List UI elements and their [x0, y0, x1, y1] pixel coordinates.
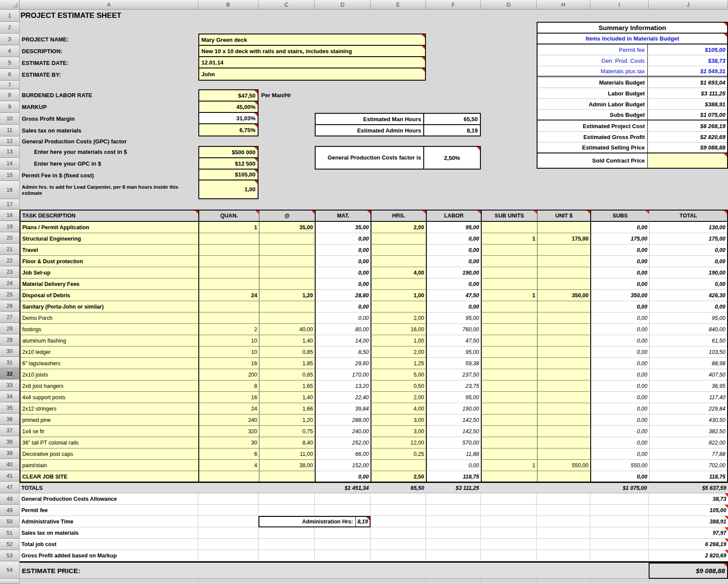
cell-input[interactable]: $47,50: [199, 90, 258, 102]
column-header-mat-[interactable]: MAT.: [316, 211, 371, 222]
cell-task-desc[interactable]: 2x12 stringers: [20, 403, 199, 414]
cell-at-rate[interactable]: [259, 301, 316, 312]
cell-unit-price[interactable]: [537, 312, 591, 324]
cell-hrs[interactable]: 2,00: [371, 346, 427, 358]
row-header-10[interactable]: 10: [0, 113, 20, 125]
cell-hrs[interactable]: [371, 460, 427, 471]
column-header-J[interactable]: J: [649, 0, 728, 10]
cell-quan[interactable]: 30: [199, 437, 259, 448]
cell-sub-units[interactable]: 1: [482, 290, 537, 301]
row-header-40[interactable]: 40: [0, 459, 20, 470]
row-header-54[interactable]: 54: [0, 561, 20, 579]
cell-hrs[interactable]: 3,00: [371, 414, 427, 426]
row-header-9[interactable]: 9: [0, 101, 20, 113]
cell-at-rate[interactable]: 11,00: [259, 448, 316, 460]
row-header-19[interactable]: 19: [0, 221, 20, 232]
column-header-H[interactable]: H: [537, 0, 590, 10]
cell-input[interactable]: 31,03%: [199, 113, 258, 124]
cell-unit-price[interactable]: [537, 301, 591, 312]
cell-unit-price[interactable]: [537, 267, 591, 278]
cell-hrs[interactable]: 16,00: [371, 324, 427, 335]
cell-quan[interactable]: [199, 267, 259, 278]
cell-unit-price[interactable]: 175,00: [537, 233, 591, 244]
cell-task-desc[interactable]: Disposal of Debris: [20, 290, 199, 301]
cell-hrs[interactable]: 1,00: [371, 335, 427, 346]
cell-task-desc[interactable]: Floor & Dust protection: [20, 256, 199, 267]
cell-task-desc[interactable]: Travel: [20, 244, 199, 256]
row-header-37[interactable]: 37: [0, 425, 20, 436]
column-header-sub-units[interactable]: SUB UNITS: [482, 211, 537, 222]
cell-sub-units[interactable]: [482, 244, 537, 256]
cell-sub-units[interactable]: [482, 222, 537, 233]
column-header-subs[interactable]: SUBS: [591, 211, 650, 222]
cell-sub-units[interactable]: [482, 448, 537, 460]
row-header-21[interactable]: 21: [0, 244, 20, 255]
cell-input[interactable]: 1,00: [199, 180, 258, 198]
cell-input[interactable]: New 10 x 10 deck with rails and stairs, …: [199, 46, 425, 57]
cell-unit-price[interactable]: [537, 426, 591, 437]
cell-input[interactable]: $105,00: [199, 170, 258, 180]
cell-task-desc[interactable]: Plans / Permit Application: [20, 222, 199, 233]
cell-at-rate[interactable]: 1,66: [259, 403, 316, 414]
cell-unit-price[interactable]: [537, 222, 591, 233]
cell-hrs[interactable]: 1,25: [371, 358, 427, 369]
cell-at-rate[interactable]: [259, 312, 316, 324]
cell-sub-units[interactable]: [482, 301, 537, 312]
row-header-22[interactable]: 22: [0, 255, 20, 266]
column-header-C[interactable]: C: [259, 0, 315, 10]
cell-sub-units[interactable]: [482, 358, 537, 369]
row-header-12[interactable]: 12: [0, 136, 20, 146]
row-header-25[interactable]: 25: [0, 289, 20, 300]
row-header-11[interactable]: 11: [0, 125, 20, 136]
cell-at-rate[interactable]: 1,40: [259, 335, 316, 346]
row-header-20[interactable]: 20: [0, 232, 20, 244]
cell-quan[interactable]: 6: [199, 448, 259, 460]
row-header-50[interactable]: 50: [0, 516, 20, 527]
column-header-I[interactable]: I: [590, 0, 649, 10]
cell-task-desc[interactable]: Sanitary (Porta-John or similar): [20, 301, 199, 312]
cell-input[interactable]: $500 000: [199, 147, 258, 158]
cell-unit-price[interactable]: [537, 437, 591, 448]
select-all-corner[interactable]: [0, 0, 20, 10]
cell-task-desc[interactable]: Material Delivery Fees: [20, 278, 199, 290]
cell-at-rate[interactable]: 8,40: [259, 437, 316, 448]
cell-unit-price[interactable]: [537, 278, 591, 290]
row-header-partial[interactable]: [0, 579, 20, 584]
cell-sub-units[interactable]: [482, 392, 537, 403]
cell-quan[interactable]: 10: [199, 346, 259, 358]
cell-quan[interactable]: 240: [199, 414, 259, 426]
cell-at-rate[interactable]: [259, 256, 316, 267]
row-header-1[interactable]: 1: [0, 10, 20, 22]
row-header-5[interactable]: 5: [0, 57, 20, 69]
cell-task-desc[interactable]: aluminum flashing: [20, 335, 199, 346]
column-header-E[interactable]: E: [371, 0, 426, 10]
cell-quan[interactable]: 24: [199, 403, 259, 414]
cell-task-desc[interactable]: Decorative post caps: [20, 448, 199, 460]
cell-sub-units[interactable]: [482, 426, 537, 437]
cell-unit-price[interactable]: 350,00: [537, 290, 591, 301]
cell-sub-units[interactable]: [482, 312, 537, 324]
row-header-34[interactable]: 34: [0, 391, 20, 402]
cell-hrs[interactable]: 2,00: [371, 222, 427, 233]
cell-hrs[interactable]: 12,00: [371, 437, 427, 448]
cell-hrs[interactable]: 2,00: [371, 392, 427, 403]
cell-quan[interactable]: [199, 471, 259, 482]
row-header-27[interactable]: 27: [0, 312, 20, 323]
cell-unit-price[interactable]: [537, 335, 591, 346]
cell-quan[interactable]: [199, 312, 259, 324]
cell-input[interactable]: Mary Green deck: [199, 34, 425, 46]
cell-task-desc[interactable]: Demo Porch: [20, 312, 199, 324]
row-header-39[interactable]: 39: [0, 448, 20, 459]
cell-unit-price[interactable]: [537, 256, 591, 267]
cell-sub-units[interactable]: [482, 380, 537, 392]
cell-hrs[interactable]: 3,00: [371, 426, 427, 437]
cell-sub-units[interactable]: [482, 369, 537, 380]
cell-sub-units[interactable]: [482, 414, 537, 426]
row-header-4[interactable]: 4: [0, 45, 20, 57]
row-header-36[interactable]: 36: [0, 414, 20, 425]
cell-quan[interactable]: 16: [199, 392, 259, 403]
cell-hrs[interactable]: 2,50: [371, 471, 427, 482]
row-header-2[interactable]: 2: [0, 22, 20, 34]
column-header-B[interactable]: B: [198, 0, 259, 10]
column-header--[interactable]: @: [259, 211, 316, 222]
